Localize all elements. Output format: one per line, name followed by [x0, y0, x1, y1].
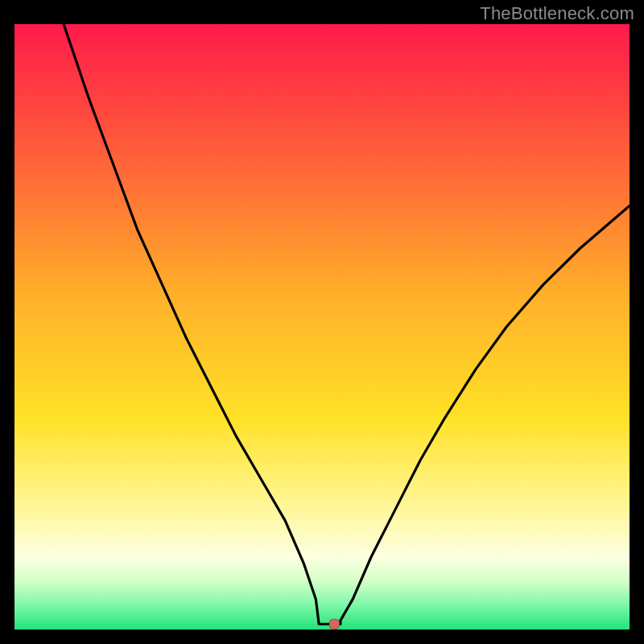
optimal-point-marker	[329, 619, 339, 629]
chart-frame: TheBottleneck.com	[0, 0, 644, 644]
gradient-background	[14, 24, 630, 630]
plot-area	[14, 24, 630, 630]
bottleneck-chart	[14, 24, 630, 630]
watermark-label: TheBottleneck.com	[480, 3, 634, 24]
